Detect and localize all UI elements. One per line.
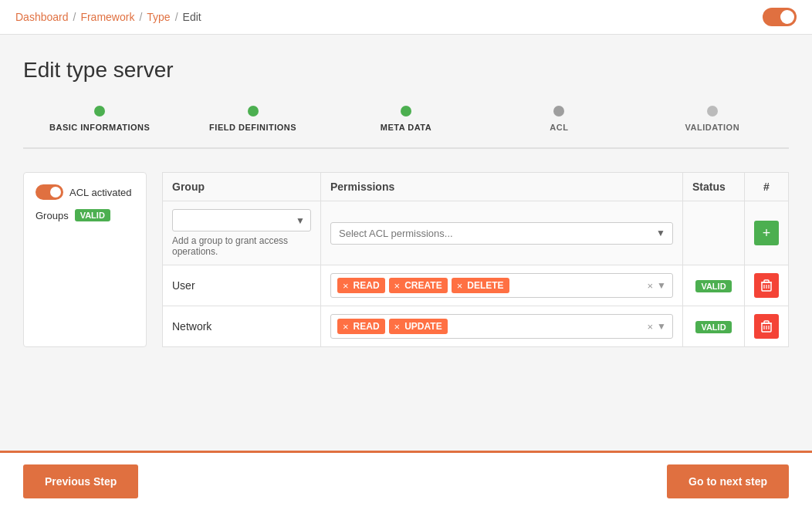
chips-down-network[interactable]: ▼ xyxy=(657,321,666,332)
step-label-1: BASIC INFORMATIONS xyxy=(49,123,150,132)
acl-table-wrapper: Group Permissions Status # xyxy=(162,172,789,347)
step-label-3: META DATA xyxy=(381,123,431,132)
trash-icon-user xyxy=(761,279,772,292)
acl-toggle-label: ACL activated xyxy=(69,187,131,198)
col-status: Status xyxy=(683,173,745,201)
main-content: Edit type server BASIC INFORMATIONS FIEL… xyxy=(0,35,812,424)
chip-x-read-user[interactable]: × xyxy=(343,281,349,291)
delete-button-user[interactable] xyxy=(754,273,779,298)
chip-x-read-network[interactable]: × xyxy=(343,322,349,332)
chips-container-user: × READ × CREATE × DELETE xyxy=(330,273,673,298)
new-permissions-cell: ▼ xyxy=(321,201,683,265)
chip-read-user: × READ xyxy=(337,278,385,293)
groups-row: Groups VALID xyxy=(36,209,134,221)
step-dot-1 xyxy=(94,106,105,117)
table-header-row: Group Permissions Status # xyxy=(163,173,789,201)
acl-toggle[interactable] xyxy=(36,184,63,200)
status-cell-user: VALID xyxy=(683,265,745,306)
chip-label-read-network: READ xyxy=(354,321,380,332)
chip-x-update-network[interactable]: × xyxy=(394,322,401,332)
group-select-wrapper: ▼ xyxy=(172,209,311,231)
permissions-select-wrapper: ▼ xyxy=(330,222,673,245)
chip-create-user: × CREATE xyxy=(389,278,448,293)
step-label-5: VALIDATION xyxy=(685,123,740,132)
chip-read-network: × READ xyxy=(337,319,385,334)
step-dot-5 xyxy=(707,106,718,117)
chips-down-user[interactable]: ▼ xyxy=(657,280,666,291)
step-acl: ACL xyxy=(482,106,635,132)
svg-rect-2 xyxy=(764,280,769,282)
step-label-4: ACL xyxy=(550,123,568,132)
breadcrumb-sep1: / xyxy=(73,11,76,23)
col-group: Group xyxy=(163,173,321,201)
step-dot-2 xyxy=(248,106,259,117)
step-validation: VALIDATION xyxy=(636,106,789,132)
permissions-input[interactable] xyxy=(330,222,673,245)
delete-button-network[interactable] xyxy=(754,314,779,339)
chip-x-create-user[interactable]: × xyxy=(394,281,401,291)
new-group-cell: ▼ Add a group to grant access operations… xyxy=(163,201,321,265)
acl-container: ACL activated Groups VALID Group Permiss… xyxy=(23,172,789,347)
main-toggle[interactable] xyxy=(763,8,797,26)
step-dot-4 xyxy=(553,106,564,117)
permissions-cell-network: × READ × UPDATE × ▼ xyxy=(321,306,683,347)
breadcrumb-sep3: / xyxy=(175,11,178,23)
trash-icon-network xyxy=(761,320,772,333)
group-name-network: Network xyxy=(163,306,321,347)
chips-clear-network[interactable]: × xyxy=(648,321,654,333)
group-select[interactable] xyxy=(172,209,311,231)
chips-clear-user[interactable]: × xyxy=(648,280,654,292)
action-cell-user xyxy=(745,265,789,306)
step-meta-data: META DATA xyxy=(330,106,482,132)
chips-container-network: × READ × UPDATE × ▼ xyxy=(330,314,673,339)
stepper: BASIC INFORMATIONS FIELD DEFINITIONS MET… xyxy=(23,106,789,149)
chip-label-read-user: READ xyxy=(354,280,380,291)
svg-rect-8 xyxy=(764,321,769,323)
breadcrumb-sep2: / xyxy=(139,11,142,23)
table-row: User × READ × CREATE xyxy=(163,265,789,306)
breadcrumb-dashboard[interactable]: Dashboard xyxy=(15,11,69,23)
breadcrumb-current: Edit xyxy=(183,11,201,23)
acl-sidebar: ACL activated Groups VALID xyxy=(23,172,147,347)
status-badge-user: VALID xyxy=(695,280,731,292)
status-cell-network: VALID xyxy=(683,306,745,347)
chip-update-network: × UPDATE xyxy=(389,319,448,334)
permissions-cell-user: × READ × CREATE × DELETE xyxy=(321,265,683,306)
step-dot-3 xyxy=(401,106,411,117)
add-group-button[interactable]: + xyxy=(754,221,779,245)
chip-label-delete-user: DELETE xyxy=(467,280,503,291)
new-action-cell: + xyxy=(745,201,789,265)
page-title: Edit type server xyxy=(23,58,789,83)
step-field-definitions: FIELD DEFINITIONS xyxy=(176,106,329,132)
step-label-2: FIELD DEFINITIONS xyxy=(209,123,296,132)
breadcrumb-type[interactable]: Type xyxy=(147,11,170,23)
col-permissions: Permissions xyxy=(321,173,683,201)
acl-toggle-row: ACL activated xyxy=(36,184,134,200)
table-row: Network × READ × UPDATE xyxy=(163,306,789,347)
breadcrumb: Dashboard / Framework / Type / Edit xyxy=(0,0,812,35)
chip-label-create-user: CREATE xyxy=(404,280,442,291)
step-basic-informations: BASIC INFORMATIONS xyxy=(23,106,176,132)
breadcrumb-framework[interactable]: Framework xyxy=(80,11,134,23)
new-status-cell xyxy=(683,201,745,265)
groups-valid-badge: VALID xyxy=(75,209,110,221)
groups-label: Groups xyxy=(36,210,69,221)
col-hash: # xyxy=(745,173,789,201)
chip-label-update-network: UPDATE xyxy=(404,321,442,332)
chip-delete-user: × DELETE xyxy=(452,278,509,293)
acl-table: Group Permissions Status # xyxy=(162,172,789,347)
chip-x-delete-user[interactable]: × xyxy=(457,281,463,291)
action-cell-network xyxy=(745,306,789,347)
status-badge-network: VALID xyxy=(695,321,731,333)
new-group-row: ▼ Add a group to grant access operations… xyxy=(163,201,789,265)
group-name-user: User xyxy=(163,265,321,306)
hint-text: Add a group to grant access operations. xyxy=(172,235,311,257)
